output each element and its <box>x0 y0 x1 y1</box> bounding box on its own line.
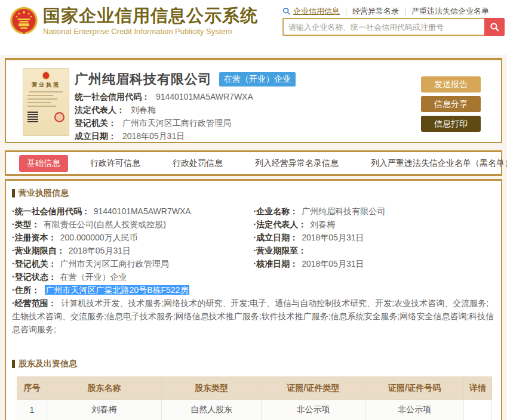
license-red-seal <box>54 112 64 122</box>
detail-card: 营业执照信息 ·统一社会信用代码： 91440101MA5AWR7WXA ·企业… <box>5 179 502 420</box>
detail-value: 200.000000万人民币 <box>60 231 138 244</box>
col-header-certificate-type: 证照/证件类型 <box>262 377 365 400</box>
cell-shareholder-type: 自然人股东 <box>162 400 262 420</box>
detail-label: ·住所： <box>12 285 40 295</box>
license-info-grid: ·统一社会信用代码： 91440101MA5AWR7WXA ·企业名称： 广州纯… <box>6 205 501 336</box>
detail-value: 广州市天河区工商行政管理局 <box>60 257 169 270</box>
tab-abnormal-operations[interactable]: 列入经营异常名录信息 <box>255 158 339 169</box>
shareholders-section-title: 股东及出资信息 <box>12 359 501 369</box>
action-buttons: 发送报告 信息分享 信息打印 <box>421 76 481 132</box>
site-title-block: 国家企业信用信息公示系统 National Enterprise Credit … <box>43 5 258 36</box>
tab-administrative-license[interactable]: 行政许可信息 <box>90 158 140 169</box>
detail-label: ·核准日期： <box>254 257 299 270</box>
nav-abnormal-operations-list[interactable]: 经营异常名录 <box>352 6 399 17</box>
search-bar <box>282 18 505 36</box>
detail-label: ·登记机关： <box>12 257 57 270</box>
field-label: 法定代表人： <box>75 105 125 115</box>
section-marker-icon <box>12 360 15 368</box>
detail-row-spacer <box>254 270 496 283</box>
detail-label: ·统一社会信用代码： <box>12 205 90 218</box>
detail-label: ·注册资本： <box>12 231 57 244</box>
search-button[interactable] <box>484 18 505 36</box>
detail-label: ·成立日期： <box>254 231 299 244</box>
detail-row: ·营业期限自： 2018年05月31日 <box>12 244 254 257</box>
search-input[interactable] <box>282 18 484 36</box>
detail-label: ·登记状态： <box>12 270 57 283</box>
col-header-certificate-number: 证照/证件号码 <box>365 377 464 400</box>
cell-certificate-number: 非公示项 <box>365 400 464 420</box>
cell-detail <box>464 400 492 420</box>
field-value: 91440101MA5AWR7WXA <box>156 92 253 101</box>
site-title: 国家企业信用信息公示系统 <box>43 5 258 26</box>
detail-row: ·企业名称： 广州纯眉科技有限公司 <box>254 205 496 218</box>
search-icon <box>282 7 291 16</box>
detail-row: ·核准日期： 2018年05月31日 <box>254 257 496 270</box>
detail-value: 91440101MA5AWR7WXA <box>94 205 191 218</box>
detail-row: ·法定代表人： 刘春梅 <box>254 218 496 231</box>
detail-row: ·登记机关： 广州市天河区工商行政管理局 <box>12 257 254 270</box>
license-text-line <box>27 102 51 103</box>
license-text-line <box>29 91 63 92</box>
page: 国家企业信用信息公示系统 National Enterprise Credit … <box>0 0 507 420</box>
license-qr-code <box>27 112 38 122</box>
section-marker-icon <box>12 189 15 197</box>
address-value-selected: 广州市天河区广棠北路20号B栋F522房 <box>45 285 190 295</box>
field-label: 统一社会信用代码： <box>75 92 150 101</box>
detail-value: 2018年05月31日 <box>302 257 364 270</box>
tab-basic-info[interactable]: 基础信息 <box>19 155 68 172</box>
print-info-button[interactable]: 信息打印 <box>421 116 481 132</box>
summary-field: 统一社会信用代码： 91440101MA5AWR7WXA <box>75 90 253 103</box>
license-text-line <box>27 98 57 100</box>
field-value: 刘春梅 <box>131 105 156 115</box>
col-header-seq: 序号 <box>17 377 47 400</box>
detail-value: 在营（开业）企业 <box>60 270 127 283</box>
tab-blacklist[interactable]: 列入严重违法失信企业名单（黑名单）信息 <box>371 158 507 169</box>
license-emblem-icon <box>42 72 50 79</box>
table-header-row: 序号 股东名称 股东类型 证照/证件类型 证照/证件号码 详情 <box>17 377 492 400</box>
detail-label: ·类型： <box>12 218 40 231</box>
nav-enterprise-credit-info[interactable]: 企业信用信息 <box>293 6 340 17</box>
field-label: 登记机关： <box>75 118 116 128</box>
detail-row: ·统一社会信用代码： 91440101MA5AWR7WXA <box>12 205 254 218</box>
detail-value: 有限责任公司(自然人投资或控股) <box>44 218 166 231</box>
summary-field: 登记机关： 广州市天河区工商行政管理局 <box>75 116 253 129</box>
nav-divider <box>346 8 346 16</box>
detail-value: 广州纯眉科技有限公司 <box>302 205 385 218</box>
detail-label: ·法定代表人： <box>254 218 307 231</box>
section-title-text: 营业执照信息 <box>19 188 69 199</box>
detail-label: ·企业名称： <box>254 205 299 218</box>
address-row: ·住所： 广州市天河区广棠北路20号B栋F522房 <box>12 283 495 297</box>
site-header: 国家企业信用信息公示系统 National Enterprise Credit … <box>0 0 507 55</box>
detail-value: 2018年05月31日 <box>69 244 131 257</box>
share-info-button[interactable]: 信息分享 <box>421 96 481 112</box>
field-label: 成立日期： <box>75 131 116 141</box>
section-title-text: 股东及出资信息 <box>19 359 77 369</box>
license-thumb-title: 营业执照 <box>27 81 64 89</box>
status-badge: 在营（开业）企业 <box>219 72 296 87</box>
detail-label: ·营业期限至： <box>254 244 307 257</box>
nav-serious-violation-list[interactable]: 严重违法失信企业名单 <box>411 6 489 17</box>
cell-certificate-type: 非公示项 <box>262 400 365 420</box>
summary-fields: 统一社会信用代码： 91440101MA5AWR7WXA 法定代表人： 刘春梅 … <box>75 90 253 143</box>
detail-row: ·成立日期： 2018年05月31日 <box>254 231 496 244</box>
tab-administrative-penalty[interactable]: 行政处罚信息 <box>173 158 223 169</box>
detail-row: ·营业期限至： <box>254 244 496 257</box>
license-info-section-title: 营业执照信息 <box>12 188 501 199</box>
business-scope-value: 计算机技术开发、技术服务;网络技术的研究、开发;电子、通信与自动控制技术研究、开… <box>12 298 494 334</box>
send-report-button[interactable]: 发送报告 <box>421 76 481 92</box>
business-scope-row: ·经营范围： 计算机技术开发、技术服务;网络技术的研究、开发;电子、通信与自动控… <box>12 297 495 336</box>
cell-shareholder-name: 刘春梅 <box>47 400 162 420</box>
detail-label: ·营业期限自： <box>12 244 65 257</box>
table-row: 1 刘春梅 自然人股东 非公示项 非公示项 <box>17 400 492 420</box>
business-license-thumbnail[interactable]: 营业执照 <box>23 68 69 136</box>
summary-field: 成立日期： 2018年05月31日 <box>75 129 253 143</box>
detail-value: 2018年05月31日 <box>302 231 364 244</box>
company-name-row: 广州纯眉科技有限公司 在营（开业）企业 <box>75 70 296 88</box>
nav-divider <box>405 8 405 16</box>
detail-row: ·注册资本： 200.000000万人民币 <box>12 231 254 244</box>
license-text-line <box>27 106 56 107</box>
company-summary-card: 营业执照 广州纯眉科技有限公司 在营（开业）企业 统一社会信用代码： 91440… <box>5 58 502 143</box>
company-name: 广州纯眉科技有限公司 <box>75 70 212 88</box>
summary-field: 法定代表人： 刘春梅 <box>75 103 253 116</box>
detail-label: ·经营范围： <box>12 298 57 308</box>
